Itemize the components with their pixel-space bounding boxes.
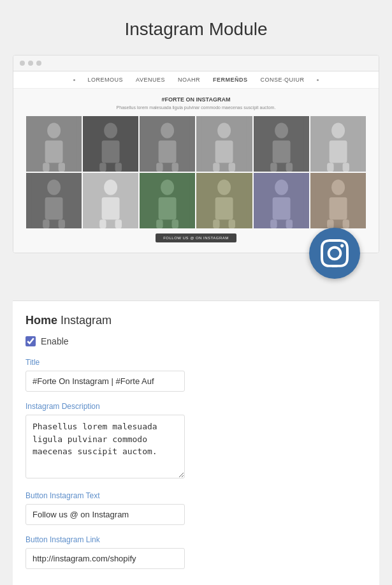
nav-item-5: Conse·quiuR xyxy=(260,77,304,83)
grid-cell-3 xyxy=(140,116,195,172)
grid-cell-2 xyxy=(83,116,138,172)
browser-dot-1 xyxy=(20,61,25,66)
svg-rect-34 xyxy=(59,219,65,228)
svg-point-11 xyxy=(161,122,174,138)
svg-rect-59 xyxy=(342,219,349,228)
heading-home: Home xyxy=(25,314,57,327)
svg-rect-9 xyxy=(115,163,122,172)
svg-rect-43 xyxy=(156,219,163,228)
svg-rect-32 xyxy=(45,198,63,220)
preview-hashtag: #FORTE ON INSTAGRAM xyxy=(26,96,366,103)
nav-item-2: AVENUES xyxy=(136,77,165,83)
svg-rect-33 xyxy=(43,219,49,228)
preview-photo-grid xyxy=(26,116,366,228)
svg-rect-3 xyxy=(43,163,49,172)
svg-rect-47 xyxy=(215,198,233,220)
svg-rect-48 xyxy=(214,219,220,228)
svg-rect-38 xyxy=(99,219,106,228)
preview-nav: LOREMOUS AVENUES NOAHR FERMEÑDS Conse·qu… xyxy=(13,71,379,89)
svg-point-46 xyxy=(218,180,231,195)
svg-rect-37 xyxy=(102,198,120,220)
svg-rect-39 xyxy=(115,219,122,228)
svg-point-56 xyxy=(331,180,345,195)
svg-point-41 xyxy=(161,180,174,195)
svg-rect-29 xyxy=(342,163,349,172)
svg-point-51 xyxy=(275,180,288,195)
grid-cell-11 xyxy=(254,173,309,228)
description-textarea[interactable]: Phasellus lorem malesuada ligula pulvina… xyxy=(25,415,185,478)
button-link-input[interactable] xyxy=(25,548,185,569)
title-input[interactable] xyxy=(25,371,185,392)
svg-rect-7 xyxy=(102,140,120,163)
svg-rect-53 xyxy=(270,219,277,228)
svg-point-1 xyxy=(47,122,61,138)
browser-dot-3 xyxy=(36,61,41,66)
enable-label: Enable xyxy=(41,336,69,346)
svg-point-36 xyxy=(104,180,117,195)
svg-rect-17 xyxy=(215,140,233,163)
grid-cell-9 xyxy=(140,173,195,228)
svg-point-16 xyxy=(218,122,231,138)
preview-content: #FORTE ON INSTAGRAM Phasellus lorem male… xyxy=(13,89,379,253)
nav-item-3: NOAHR xyxy=(178,77,200,83)
nav-dot-right xyxy=(317,79,319,81)
grid-cell-8 xyxy=(83,173,138,228)
browser-dot-2 xyxy=(28,61,33,66)
svg-rect-13 xyxy=(156,163,163,172)
svg-rect-22 xyxy=(272,140,290,163)
browser-preview-wrapper: LOREMOUS AVENUES NOAHR FERMEÑDS Conse·qu… xyxy=(13,55,379,253)
svg-rect-8 xyxy=(99,163,106,172)
button-text-input[interactable] xyxy=(25,504,185,525)
svg-rect-58 xyxy=(327,219,333,228)
grid-cell-4 xyxy=(196,116,252,172)
grid-cell-5 xyxy=(254,116,309,172)
svg-rect-2 xyxy=(45,140,63,163)
grid-cell-12 xyxy=(310,173,366,228)
svg-point-6 xyxy=(104,122,117,138)
svg-rect-57 xyxy=(329,198,347,220)
svg-rect-4 xyxy=(59,163,65,172)
svg-rect-12 xyxy=(159,140,177,163)
svg-rect-23 xyxy=(270,163,277,172)
nav-dot-left xyxy=(73,79,75,81)
svg-rect-54 xyxy=(286,219,292,228)
instagram-icon xyxy=(321,239,349,267)
instagram-badge xyxy=(309,228,360,279)
button-text-label: Button Instagram Text xyxy=(25,491,303,500)
button-text-field-group: Button Instagram Text xyxy=(25,491,303,525)
svg-rect-24 xyxy=(286,163,292,172)
svg-point-26 xyxy=(331,122,345,138)
svg-rect-28 xyxy=(327,163,333,172)
svg-rect-19 xyxy=(229,163,235,172)
svg-rect-42 xyxy=(159,198,177,220)
grid-cell-1 xyxy=(26,116,82,172)
nav-item-4: FERMEÑDS xyxy=(213,77,248,83)
preview-description: Phasellus lorem malesuada ligula pulvina… xyxy=(26,105,366,110)
grid-cell-6 xyxy=(310,116,366,172)
page-title: Instagram Module xyxy=(13,19,379,40)
svg-rect-49 xyxy=(229,219,235,228)
form-section: Home Instagram Enable Title Instagram De… xyxy=(13,300,379,585)
grid-cell-7 xyxy=(26,173,82,228)
preview-btn-label: FOLLOW US @ ON INSTAGRAM xyxy=(156,233,236,242)
heading-instagram: Instagram xyxy=(61,314,112,327)
svg-rect-52 xyxy=(272,198,290,220)
description-field-group: Instagram Description Phasellus lorem ma… xyxy=(25,402,303,481)
enable-row: Enable xyxy=(25,336,303,346)
nav-item-1: LOREMOUS xyxy=(88,77,124,83)
svg-rect-27 xyxy=(329,140,347,163)
section-heading: Home Instagram xyxy=(25,314,303,327)
grid-cell-10 xyxy=(196,173,252,228)
title-label: Title xyxy=(25,358,303,367)
browser-bar xyxy=(13,56,379,71)
svg-point-31 xyxy=(47,180,61,195)
enable-checkbox[interactable] xyxy=(25,336,36,346)
page-container: Instagram Module LOREMOUS AVENUES NOAHR … xyxy=(0,0,392,585)
title-field-group: Title xyxy=(25,358,303,392)
svg-point-21 xyxy=(275,122,288,138)
description-label: Instagram Description xyxy=(25,402,303,411)
svg-rect-18 xyxy=(214,163,220,172)
button-link-label: Button Instagram Link xyxy=(25,535,303,544)
svg-rect-14 xyxy=(172,163,178,172)
svg-rect-44 xyxy=(172,219,178,228)
